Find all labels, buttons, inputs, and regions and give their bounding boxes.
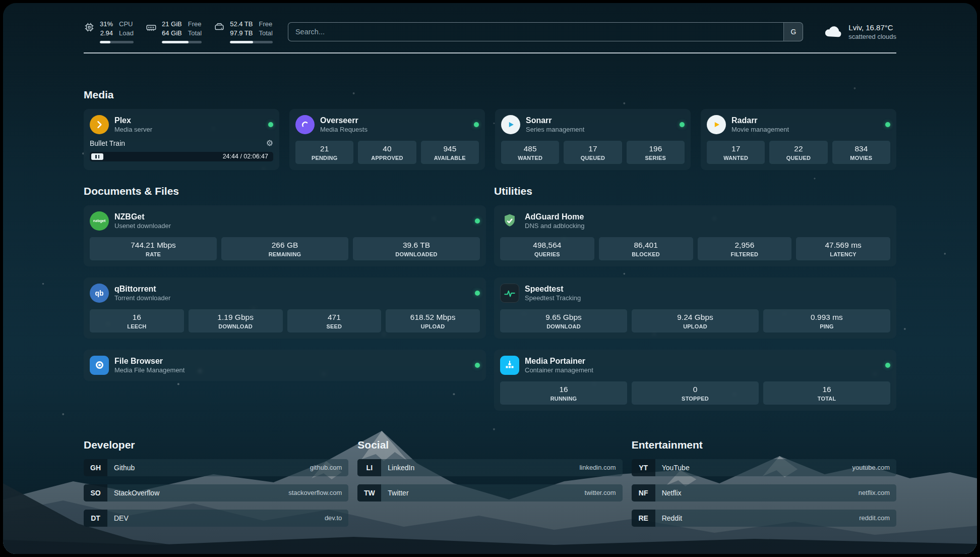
stat-value: 39.6 TB [355,241,478,250]
stat-remaining: 266 GB REMAINING [221,237,348,260]
service-subtitle: Speedtest Tracking [525,294,581,302]
adguard-card: AdGuard Home DNS and adblocking 498,564 … [494,205,896,266]
status-dot [474,122,479,127]
search-input[interactable] [288,23,783,41]
documents-section: Documents & Files nzbget NZBGet Usenet d… [84,185,486,381]
dashboard-screen: 31% CPU 2.94 Load 21 [3,3,977,554]
settings-gear-icon[interactable]: ⚙ [266,139,273,147]
system-stats: 31% CPU 2.94 Load 21 [84,20,273,43]
stat-value: 0.993 ms [765,313,888,322]
plex-icon [90,115,109,134]
filebrowser-link[interactable]: File Browser Media File Management [90,356,480,375]
service-name: Radarr [731,116,789,125]
bookmark-abbr: LI [357,459,381,476]
stat-value: 618.52 Mbps [388,313,478,322]
sonarr-icon [501,115,520,134]
speedtest-link[interactable]: Speedtest Speedtest Tracking [500,284,890,303]
stat-value: 47.569 ms [798,241,888,250]
bookmark-dev[interactable]: DT DEV dev.to [84,510,348,527]
service-subtitle: Media File Management [114,366,185,374]
bookmark-netflix[interactable]: NF Netflix netflix.com [632,484,896,502]
stat-label: AVAILABLE [423,155,477,161]
status-dot [885,363,890,368]
service-subtitle: DNS and adblocking [525,222,585,230]
nzbget-link[interactable]: nzbget NZBGet Usenet downloader [90,211,480,231]
overseerr-card: Overseerr Media Requests 21 PENDING 40 A… [289,109,485,170]
stat-label: QUEUED [771,155,825,161]
pause-button[interactable] [91,153,103,160]
bookmark-stackoverflow[interactable]: SO StackOverflow stackoverflow.com [84,484,348,502]
status-dot [885,122,890,127]
portainer-link[interactable]: Media Portainer Container management [500,356,890,375]
service-subtitle: Media server [114,126,152,133]
plex-card: Plex Media server Bullet Train ⚙ 24:44 [84,109,279,170]
radarr-icon [707,115,726,134]
bookmark-abbr: YT [632,459,655,476]
bookmark-twitter[interactable]: TW Twitter twitter.com [357,484,622,502]
bookmark-github[interactable]: GH Github github.com [84,459,348,476]
status-dot [475,363,480,368]
cpu-progress-fill [100,41,110,43]
stat-value: 266 GB [223,241,346,250]
disk-progress-fill [230,41,253,43]
qbittorrent-card: qb qBittorrent Torrent downloader 16 [84,277,486,339]
disk-progress-bar [230,41,273,43]
bookmark-abbr: NF [632,484,655,502]
service-subtitle: Movie management [731,126,789,133]
stat-value: 196 [629,144,683,153]
bookmark-name: Netflix [662,489,682,497]
radarr-card: Radarr Movie management 17 WANTED 22 QUE… [701,109,896,170]
portainer-card: Media Portainer Container management 16 … [494,350,896,411]
sonarr-link[interactable]: Sonarr Series management [501,115,685,134]
stat-value: 498,564 [502,241,592,250]
documents-section-title: Documents & Files [84,185,486,197]
stat-queued: 17 QUEUED [564,141,622,164]
bookmark-reddit[interactable]: RE Reddit reddit.com [632,510,896,527]
bookmark-name: Twitter [388,489,408,497]
radarr-link[interactable]: Radarr Movie management [707,115,890,134]
bookmark-name: DEV [114,514,129,522]
stat-value: 40 [360,144,414,153]
media-section: Media Plex Media server [84,89,896,170]
stat-value: 0 [634,385,757,394]
stat-value: 744.21 Mbps [92,241,215,250]
playback-time: 24:44 / 02:06:47 [223,153,272,160]
overseerr-icon [295,115,315,134]
stat-running: 16 RUNNING [500,381,627,405]
stat-label: BLOCKED [601,251,691,257]
bookmarks: Developer GH Github github.com SO StackO… [84,439,896,547]
overseerr-link[interactable]: Overseerr Media Requests [295,115,479,134]
stat-approved: 40 APPROVED [358,141,416,164]
bookmarks-entertainment: Entertainment YT YouTube youtube.com NF … [632,439,896,527]
stat-pending: 21 PENDING [295,141,353,164]
bookmark-url: youtube.com [852,464,890,471]
stat-label: STOPPED [634,396,757,402]
bookmarks-developer: Developer GH Github github.com SO StackO… [84,439,348,527]
plex-progress-bar[interactable]: 24:44 / 02:06:47 [90,152,273,161]
bookmark-url: netflix.com [859,489,890,496]
stat-label: LEECH [92,323,182,329]
stat-label: DOWNLOADED [355,251,478,257]
stat-label: REMAINING [223,251,346,257]
memory-free-label: Free [188,20,202,29]
stat-value: 22 [771,144,825,153]
plex-link[interactable]: Plex Media server [90,115,273,134]
search-provider-button[interactable]: G [783,23,803,41]
bookmark-youtube[interactable]: YT YouTube youtube.com [632,459,896,476]
stat-label: TOTAL [765,396,888,402]
sonarr-card: Sonarr Series management 485 WANTED 17 Q… [495,109,691,170]
memory-widget: 21 GiB Free 64 GiB Total [146,20,202,43]
bookmark-linkedin[interactable]: LI LinkedIn linkedin.com [357,459,622,476]
bookmark-name: Github [114,464,135,472]
stat-label: UPLOAD [388,323,478,329]
stat-value: 17 [566,144,620,153]
qbittorrent-link[interactable]: qb qBittorrent Torrent downloader [90,284,480,303]
cpu-icon [84,22,95,33]
adguard-link[interactable]: AdGuard Home DNS and adblocking [500,211,890,231]
service-subtitle: Usenet downloader [114,222,171,230]
stat-label: QUERIES [502,251,592,257]
stat-ping: 0.993 ms PING [763,309,890,332]
service-subtitle: Container management [525,366,593,374]
bookmark-url: dev.to [325,514,342,522]
bookmark-abbr: RE [632,510,655,527]
